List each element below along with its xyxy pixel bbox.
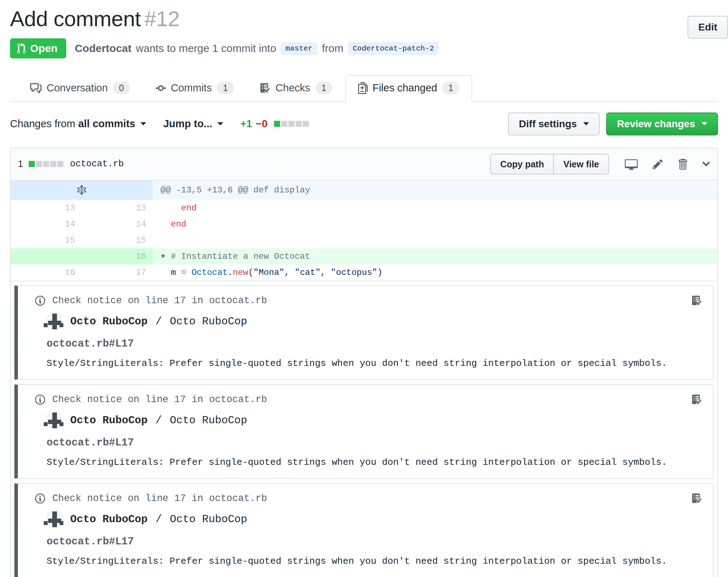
hunk-row: @@ -13,5 +13,6 @@ def display xyxy=(11,181,717,200)
tab-count: 1 xyxy=(315,82,332,94)
old-line-number[interactable]: 14 xyxy=(11,216,82,232)
chevron-down-icon xyxy=(583,122,589,125)
code-line: m = Octocat.new("Mona", "cat", "octopus"… xyxy=(153,264,717,281)
old-line-number[interactable] xyxy=(11,248,82,264)
copy-path-button[interactable]: Copy path xyxy=(490,154,554,175)
new-line-number[interactable]: 17 xyxy=(82,264,153,281)
pr-tabnav: Conversation 0 Commits 1 Checks 1 Files … xyxy=(10,75,718,102)
toolbar-left: Changes from all commits Jump to... +1 −… xyxy=(10,118,309,130)
app-name[interactable]: Octo RuboCop xyxy=(70,414,148,426)
trash-icon[interactable] xyxy=(678,158,687,170)
diffstat-blocks xyxy=(29,161,63,167)
annotation-app-row: Octo RuboCop / Octo RuboCop xyxy=(47,511,702,527)
changes-from-dropdown[interactable]: Changes from all commits xyxy=(10,118,146,130)
annotation-file-ref[interactable]: octocat.rb#L17 xyxy=(47,338,702,350)
app-context: Octo RuboCop xyxy=(170,414,247,426)
author-name[interactable]: Codertocat xyxy=(75,42,131,54)
code-line xyxy=(153,232,717,248)
app-avatar xyxy=(47,511,62,527)
diffstat-blocks xyxy=(274,121,309,127)
annotation-file-ref[interactable]: octocat.rb#L17 xyxy=(47,437,702,449)
check-annotation: Check notice on line 17 in octocat.rb Oc… xyxy=(14,483,714,577)
old-line-number[interactable]: 13 xyxy=(11,200,82,216)
check-annotation: Check notice on line 17 in octocat.rb Oc… xyxy=(14,285,714,380)
info-icon xyxy=(35,493,45,504)
info-icon xyxy=(35,295,45,306)
diff-table: @@ -13,5 +13,6 @@ def display 13 13 end … xyxy=(11,181,717,577)
app-context: Octo RuboCop xyxy=(170,513,247,525)
checklist-icon xyxy=(260,83,270,94)
review-changes-button[interactable]: Review changes xyxy=(606,113,718,135)
tab-count: 1 xyxy=(442,82,459,94)
pr-number: #12 xyxy=(144,7,180,31)
tab-commits[interactable]: Commits 1 xyxy=(143,75,247,102)
tab-checks[interactable]: Checks 1 xyxy=(247,75,345,102)
display-icon[interactable] xyxy=(625,158,638,171)
new-line-number[interactable]: 14 xyxy=(82,216,153,232)
annotation-app-row: Octo RuboCop / Octo RuboCop xyxy=(47,314,702,329)
annotation-header: Check notice on line 17 in octocat.rb xyxy=(35,493,702,504)
chevron-down-icon xyxy=(217,122,223,125)
state-badge: Open xyxy=(10,38,66,58)
app-separator: / xyxy=(155,414,162,426)
app-avatar xyxy=(47,314,62,329)
file-button-group: Copy path View file xyxy=(490,154,609,175)
annotation-header: Check notice on line 17 in octocat.rb xyxy=(35,295,702,306)
new-line-number[interactable]: 13 xyxy=(82,200,153,216)
old-line-number[interactable]: 15 xyxy=(11,232,82,248)
tab-conversation[interactable]: Conversation 0 xyxy=(17,75,143,102)
chevron-down-icon[interactable] xyxy=(702,158,710,170)
diff-toolbar: Changes from all commits Jump to... +1 −… xyxy=(10,113,718,135)
annotation-message: Style/StringLiterals: Prefer single-quot… xyxy=(47,358,702,369)
app-separator: / xyxy=(155,513,162,525)
app-separator: / xyxy=(155,315,162,328)
edit-button[interactable]: Edit xyxy=(688,16,728,39)
tab-label: Files changed xyxy=(373,82,437,94)
chevron-down-icon xyxy=(701,122,707,125)
diff-file-container: 1 octocat.rb Copy path View file xyxy=(10,148,718,577)
checklist-icon[interactable] xyxy=(691,493,702,504)
unfold-icon xyxy=(77,185,86,196)
head-branch-ref[interactable]: Codertocat-patch-2 xyxy=(348,42,439,55)
new-line-number[interactable]: 16 xyxy=(82,248,153,264)
page-title: Add comment#12 xyxy=(10,6,718,31)
chevron-down-icon xyxy=(140,122,146,125)
app-name[interactable]: Octo RuboCop xyxy=(70,513,148,525)
code-line: end xyxy=(153,216,717,232)
diff-settings-button[interactable]: Diff settings xyxy=(508,113,600,135)
tab-files-changed[interactable]: Files changed 1 xyxy=(345,75,472,102)
tab-label: Commits xyxy=(171,82,212,94)
file-icon-actions xyxy=(625,158,710,171)
annotation-title: Check notice on line 17 in octocat.rb xyxy=(52,394,267,405)
base-branch-ref[interactable]: master xyxy=(281,42,318,55)
pr-page: Add comment#12 Edit Open Codertocat want… xyxy=(0,6,728,577)
jump-to-dropdown[interactable]: Jump to... xyxy=(163,118,223,130)
expand-hunk-button[interactable] xyxy=(11,181,153,200)
changes-from-label: Changes from xyxy=(10,118,75,130)
diff-line-row: 13 13 end xyxy=(11,200,717,216)
checklist-icon[interactable] xyxy=(691,295,702,306)
additions-count: +1 xyxy=(240,118,252,130)
annotation-message: Style/StringLiterals: Prefer single-quot… xyxy=(47,457,702,468)
annotation-app-row: Octo RuboCop / Octo RuboCop xyxy=(47,413,702,428)
annotation-message: Style/StringLiterals: Prefer single-quot… xyxy=(47,556,702,567)
file-diffstat: 1 xyxy=(18,158,63,170)
checklist-icon[interactable] xyxy=(691,394,702,405)
deletions-count: −0 xyxy=(256,118,268,130)
diffstat: +1 −0 xyxy=(240,118,309,130)
old-line-number[interactable]: 16 xyxy=(11,264,82,281)
file-change-count: 1 xyxy=(18,158,23,170)
pr-meta: Open Codertocat wants to merge 1 commit … xyxy=(10,38,718,58)
diff-line-row: 16 17 m = Octocat.new("Mona", "cat", "oc… xyxy=(11,264,717,281)
app-avatar xyxy=(47,413,62,428)
new-line-number[interactable]: 15 xyxy=(82,232,153,248)
annotation-file-ref[interactable]: octocat.rb#L17 xyxy=(47,536,702,548)
app-name[interactable]: Octo RuboCop xyxy=(70,315,148,328)
git-pull-request-icon xyxy=(17,43,26,54)
merge-summary: Codertocat wants to merge 1 commit into … xyxy=(75,42,439,55)
toolbar-right: Diff settings Review changes xyxy=(508,113,718,135)
file-diff-icon xyxy=(358,82,368,94)
tab-count: 0 xyxy=(113,82,130,94)
pencil-icon[interactable] xyxy=(653,158,663,170)
view-file-button[interactable]: View file xyxy=(553,154,609,175)
